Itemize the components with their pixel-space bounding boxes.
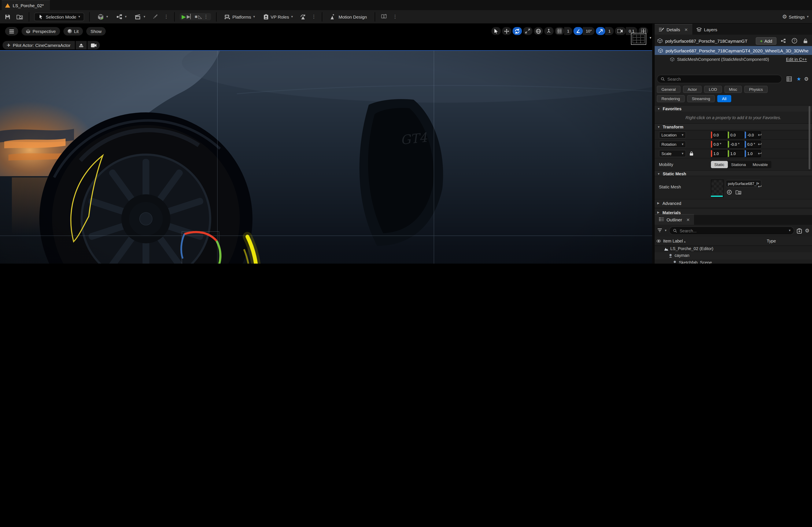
details-settings-icon[interactable]: ⚙ (804, 76, 809, 82)
show-dropdown[interactable]: Show (86, 27, 106, 35)
reset-static-mesh-icon[interactable]: ↩ (758, 184, 762, 189)
location-y-field[interactable]: 0.0 (728, 131, 744, 138)
location-x-field[interactable]: 0.0 (711, 131, 727, 138)
move-tool-button[interactable] (502, 27, 511, 35)
play-options-menu[interactable]: ⋮ (203, 14, 209, 19)
close-details-icon[interactable]: ✕ (684, 27, 688, 32)
tab-layers[interactable]: Layers (692, 25, 722, 35)
transform-section-header[interactable]: ▼Transform (655, 123, 812, 130)
details-chip-actor[interactable]: Actor (683, 86, 701, 93)
grid-snap-value[interactable]: 1 (564, 27, 572, 35)
favorites-star-icon[interactable]: ★ (797, 76, 801, 82)
remote-options-menu[interactable]: ⋮ (392, 14, 398, 19)
item-label-column[interactable]: Item Label ▴ (663, 239, 685, 243)
mobility-stationa[interactable]: Stationa (728, 161, 750, 168)
display-filter-icon[interactable] (785, 75, 794, 83)
outliner-row[interactable]: LS_Porche_02 (Editor) (655, 245, 812, 252)
mobility-static[interactable]: Static (711, 161, 728, 168)
platforms-dropdown[interactable]: Platforms▾ (221, 13, 258, 20)
recenter-options-menu[interactable]: ⋮ (310, 14, 317, 19)
overlay-chevron-icon[interactable]: ▾ (650, 36, 651, 40)
rotate-tool-button[interactable] (512, 27, 522, 35)
scale-lock-icon[interactable] (690, 151, 694, 156)
add-actor-dropdown[interactable]: + ▾ (95, 12, 111, 21)
rotation-x-field[interactable]: 0.0 ° (711, 141, 727, 148)
paint-mode-icon[interactable] (151, 13, 160, 21)
lit-mode-dropdown[interactable]: Lit (63, 27, 83, 35)
scale-y-field[interactable]: 1.0 (728, 150, 744, 157)
browse-to-asset-icon[interactable] (735, 189, 742, 195)
component-row-selected[interactable]: polySurface687_Porsche_718CaymanGT4_2020… (655, 46, 812, 55)
filter-chevron-icon[interactable]: ▾ (665, 229, 667, 232)
play-button[interactable]: ▶ (182, 14, 186, 19)
viewport-scene[interactable]: GT4 (0, 50, 652, 264)
level-viewport[interactable]: GT4 Perspective Lit Show (0, 24, 652, 264)
outliner-filter-icon[interactable] (657, 228, 662, 233)
rotation-y-field[interactable]: -0.0 ° (728, 141, 744, 148)
cinematics-dropdown[interactable]: ▾ (133, 13, 148, 21)
remote-session-icon[interactable] (380, 13, 389, 21)
vp-roles-dropdown[interactable]: VP Roles▾ (261, 13, 295, 21)
blueprint-convert-icon[interactable] (779, 36, 787, 45)
stop-button[interactable]: ■ (195, 14, 198, 19)
save-icon[interactable] (3, 13, 12, 21)
details-chip-physics[interactable]: Physics (744, 86, 767, 93)
selection-mode-dropdown[interactable]: Selection Mode▾ (34, 13, 84, 21)
outliner-settings-icon[interactable]: ⚙ (805, 228, 810, 234)
details-search-input[interactable]: Search (657, 75, 782, 83)
details-chip-all[interactable]: All (717, 95, 731, 102)
details-chip-streaming[interactable]: Streaming (687, 95, 715, 102)
scale-tool-button[interactable] (523, 27, 533, 35)
scale-x-field[interactable]: 1.0 (711, 150, 727, 157)
subcomponent-row[interactable]: StaticMeshComponent (StaticMeshComponent… (655, 55, 812, 63)
add-outliner-icon[interactable] (797, 228, 802, 234)
surface-snap-button[interactable] (544, 27, 554, 35)
unlock-icon[interactable] (801, 36, 810, 45)
frame-skip-button[interactable]: ▶▏ (187, 14, 194, 19)
reset-rotation-icon[interactable]: ↩ (758, 141, 762, 147)
select-tool-button[interactable] (491, 27, 501, 35)
rotation-dropdown[interactable]: Rotation▾ (659, 141, 686, 148)
outliner-row[interactable]: Sketchfab_Scene (655, 259, 812, 264)
rotation-snap-toggle[interactable] (574, 27, 583, 35)
rotation-snap-value[interactable]: 10° (583, 27, 595, 35)
editor-settings-dropdown[interactable]: Settings▾ (789, 14, 809, 19)
advanced-section-header[interactable]: ▶Advanced (655, 199, 812, 207)
panel-splitter[interactable] (652, 24, 655, 264)
grid-snap-toggle[interactable] (555, 27, 564, 35)
scale-snap-toggle[interactable] (596, 27, 605, 35)
scale-snap-value[interactable]: 1 (605, 27, 614, 35)
toolbar-overflow-menu[interactable]: ⋮ (163, 14, 169, 19)
eject-pilot-button[interactable] (76, 41, 87, 49)
blueprints-dropdown[interactable]: ▾ (114, 13, 129, 21)
camera-view-button[interactable] (88, 41, 100, 49)
outliner-row[interactable]: cayman (655, 252, 812, 259)
reset-location-icon[interactable]: ↩ (758, 132, 762, 138)
camera-speed-button[interactable] (615, 27, 626, 35)
favorites-section-header[interactable]: ▼Favorites (655, 105, 812, 111)
visibility-column-icon[interactable] (656, 239, 661, 243)
perspective-dropdown[interactable]: Perspective (21, 27, 60, 35)
tab-details[interactable]: Details✕ (655, 24, 692, 35)
outliner-search-input[interactable]: Search... ▾ (669, 226, 794, 235)
type-column[interactable]: Type (767, 239, 776, 243)
mobility-movable[interactable]: Movable (749, 161, 771, 168)
edit-in-cpp-link[interactable]: Edit in C++ (786, 57, 807, 61)
composition-overlay-button[interactable] (631, 33, 646, 45)
level-tab[interactable]: LS_Porche_02* (2, 0, 50, 11)
pilot-actor-label[interactable]: ✈ Pilot Actor: CineCameraActor (2, 41, 75, 49)
content-browser-icon[interactable] (15, 13, 24, 21)
motion-design-button[interactable]: Motion Design (328, 13, 369, 21)
world-local-toggle[interactable] (534, 27, 543, 35)
details-chip-rendering[interactable]: Rendering (657, 95, 685, 102)
details-chip-general[interactable]: General (657, 86, 680, 93)
details-chip-lod[interactable]: LOD (704, 86, 722, 93)
tab-outliner[interactable]: Outliner✕ (655, 214, 694, 225)
viewport-menu-button[interactable] (5, 27, 18, 35)
help-icon[interactable]: ? (790, 36, 798, 45)
details-chip-misc[interactable]: Misc (724, 86, 742, 93)
location-dropdown[interactable]: Location▾ (659, 131, 686, 138)
static-mesh-dropdown[interactable]: polySurface687_Pc▾ (726, 180, 761, 187)
skip-to-end-button[interactable]: ◺ (198, 14, 202, 19)
scale-dropdown[interactable]: Scale▾ (659, 150, 686, 157)
